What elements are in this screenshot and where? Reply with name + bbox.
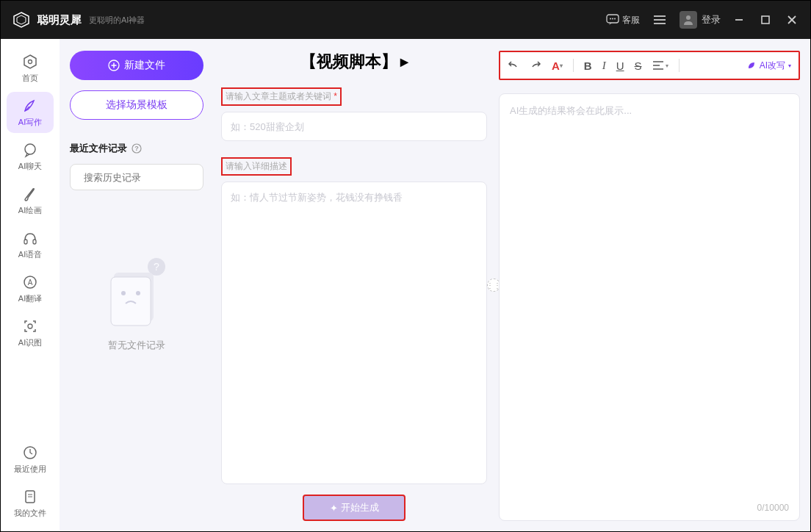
strikethrough-button[interactable]: S [635,60,642,72]
nav-home[interactable]: 首页 [7,48,54,89]
topic-input[interactable] [221,112,487,141]
bold-button[interactable]: B [584,60,592,72]
nav-label: AI写作 [18,117,42,128]
format-toolbar: A▾ B I U S ▾ AI改写 ▾ [499,51,800,80]
sparkle-icon: ✦ [330,503,338,514]
titlebar: 聪明灵犀 更聪明的AI神器 客服 登录 [1,1,810,39]
headphone-icon [22,230,38,246]
svg-marker-14 [24,55,36,68]
ai-rewrite-button[interactable]: AI改写 ▾ [746,60,791,72]
file-panel: 新建文件 选择场景模板 最近文件记录 ? ? [60,39,214,531]
svg-point-38 [121,291,126,295]
generate-button[interactable]: ✦ 开始生成 [303,495,406,521]
play-icon: ▶ [400,56,408,68]
empty-text: 暂无文件记录 [108,339,165,352]
italic-button[interactable]: I [602,60,606,72]
new-file-label: 新建文件 [124,59,165,72]
app-logo-icon [11,10,32,30]
window-minimize-button[interactable] [734,15,747,25]
align-button[interactable]: ▾ [652,60,668,71]
svg-point-22 [28,324,32,328]
choose-template-button[interactable]: 选择场景模板 [70,90,203,120]
svg-point-4 [612,18,613,20]
output-placeholder: AI生成的结果将会在此展示... [510,105,632,116]
hexagon-icon [22,54,38,70]
nav-my-files[interactable]: 我的文件 [7,483,54,524]
app-name: 聪明灵犀 [37,13,82,27]
output-panel: ⋮⋮ A▾ B I U S ▾ AI改写 ▾ AI生成的结果将会在此展示... [494,39,810,531]
underline-button[interactable]: U [616,60,624,72]
recent-files-title: 最近文件记录 ? [70,142,203,155]
sidebar: 首页 AI写作 AI聊天 AI绘画 AI语音 A AI翻译 AI识图 [1,39,60,531]
svg-marker-1 [17,15,26,24]
description-label: 请输入详细描述 [221,157,292,176]
generate-label: 开始生成 [341,501,379,514]
translate-icon: A [22,274,38,290]
nav-ai-translate[interactable]: A AI翻译 [7,268,54,309]
file-icon [22,489,38,505]
svg-point-3 [610,18,611,20]
nav-label: AI聊天 [18,161,42,172]
svg-point-15 [29,60,32,63]
svg-rect-11 [762,16,769,24]
svg-marker-0 [14,12,29,27]
clock-icon [22,445,38,461]
image-scan-icon [22,318,38,334]
nav-label: 我的文件 [14,508,46,519]
nav-ai-writing[interactable]: AI写作 [7,92,54,133]
nav-ai-chat[interactable]: AI聊天 [7,136,54,177]
svg-text:?: ? [154,261,159,273]
svg-text:?: ? [134,145,139,152]
new-file-button[interactable]: 新建文件 [70,51,203,80]
customer-service-button[interactable]: 客服 [606,14,640,26]
ai-rewrite-label: AI改写 [760,60,785,72]
login-label: 登录 [702,13,721,26]
window-close-button[interactable] [787,15,800,25]
nav-ai-painting[interactable]: AI绘画 [7,180,54,221]
nav-label: 首页 [22,73,38,84]
nav-label: AI绘画 [18,205,42,216]
leaf-icon [746,60,757,71]
svg-point-5 [614,18,616,20]
brush-icon [22,186,38,202]
output-textarea[interactable]: AI生成的结果将会在此展示... 0/10000 [499,93,800,521]
customer-service-label: 客服 [622,14,640,26]
nav-ai-image-recognition[interactable]: AI识图 [7,312,54,353]
svg-point-39 [136,291,140,295]
nav-label: AI识图 [18,337,42,348]
editor-panel: 【视频脚本】 ▶ 请输入文章主题或者关键词 * 请输入详细描述 ✦ 开始生成 [214,39,494,531]
feather-icon [22,98,38,114]
nav-label: 最近使用 [14,464,46,475]
svg-text:A: A [28,278,33,287]
svg-rect-18 [24,240,27,244]
help-icon[interactable]: ? [131,143,142,154]
font-color-button[interactable]: A▾ [552,60,563,72]
undo-button[interactable] [508,60,519,71]
nav-label: AI翻译 [18,293,42,304]
avatar-icon [680,11,697,29]
svg-rect-19 [33,240,36,244]
nav-recent[interactable]: 最近使用 [7,439,54,480]
app-subtitle: 更聪明的AI神器 [89,15,145,26]
choose-template-label: 选择场景模板 [106,98,167,112]
description-textarea[interactable] [221,181,487,484]
empty-state: ? 暂无文件记录 [70,256,203,352]
hamburger-menu-icon[interactable] [653,15,666,25]
search-input[interactable] [84,172,207,183]
search-box[interactable] [70,164,203,190]
empty-files-icon: ? [104,256,170,330]
nav-ai-voice[interactable]: AI语音 [7,224,54,265]
redo-button[interactable] [530,60,541,71]
window-maximize-button[interactable] [760,15,774,25]
char-count: 0/10000 [757,503,789,513]
svg-point-9 [686,15,691,20]
chat-icon [22,142,38,158]
topic-label: 请输入文章主题或者关键词 * [221,87,342,106]
page-title: 【视频脚本】 ▶ [221,51,487,73]
nav-label: AI语音 [18,249,42,260]
plus-circle-icon [108,60,120,71]
login-button[interactable]: 登录 [680,11,721,29]
svg-point-17 [25,144,35,154]
